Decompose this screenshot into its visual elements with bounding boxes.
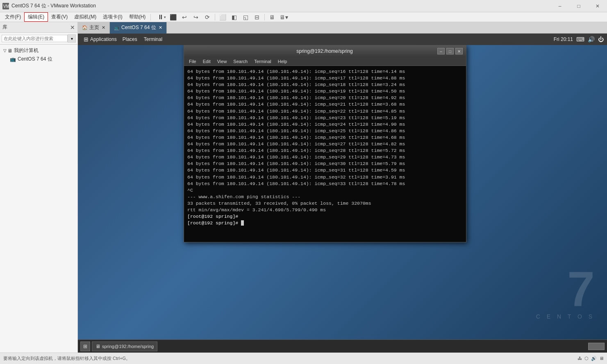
menu-file[interactable]: 文件(F) [2, 13, 24, 21]
toolbar-btn-4[interactable]: ⟳ [202, 13, 213, 22]
volume-icon[interactable]: 🔊 [588, 36, 595, 43]
title-bar: VM CentOS 7 64 位 - VMware Workstation – … [0, 0, 607, 12]
toolbar-btn-1[interactable]: ⬛ [167, 13, 179, 22]
keyboard-icon[interactable]: ⌨ [576, 36, 584, 43]
terminal-line: 64 bytes from 180.101.49.14 (180.101.49.… [187, 121, 463, 128]
term-menu-edit[interactable]: Edit [200, 58, 214, 65]
terminal-line: 64 bytes from 180.101.49.14 (180.101.49.… [187, 167, 463, 174]
tab-centos-icon: 📺 [114, 25, 120, 30]
toolbar-snap[interactable]: ⊟ [251, 13, 263, 22]
terminal-line: [root@192 spring]# [187, 213, 463, 220]
terminal-label: Terminal [144, 36, 162, 42]
menu-separator-2 [215, 14, 215, 20]
places-menu[interactable]: Places [119, 36, 141, 43]
terminal-line: rtt min/avg/max/mdev = 3.241/4.690/5.799… [187, 207, 463, 213]
tab-centos[interactable]: 📺 CentOS 7 64 位 ✕ [110, 22, 167, 34]
term-menu-view[interactable]: View [214, 58, 230, 65]
vmware-status-text: 要将输入定向到该虚拟机，请将鼠标指针移入其中或按 Ctrl+G。 [3, 355, 130, 362]
toolbar-display[interactable]: 🖥 [266, 13, 278, 22]
tree-label-centos: CentOS 7 64 位 [18, 56, 52, 63]
svg-text:VM: VM [3, 4, 9, 9]
menu-separator-1 [150, 14, 151, 20]
terminal-line: 64 bytes from 180.101.49.14 (180.101.49.… [187, 108, 463, 115]
term-menu-search[interactable]: Search [230, 58, 251, 65]
tab-home-icon: 🏠 [82, 25, 88, 30]
terminal-maximize-button[interactable]: □ [446, 48, 454, 54]
terminal-minimize-button[interactable]: – [437, 48, 445, 54]
menu-view[interactable]: 查看(V) [48, 13, 71, 21]
places-label: Places [123, 36, 137, 42]
desktop[interactable]: Home [78, 45, 607, 353]
guest-topbar: ⊞ Applications Places Terminal Fri 20:11… [78, 34, 607, 45]
terminal-line: 64 bytes from 180.101.49.14 (180.101.49.… [187, 75, 463, 81]
terminal-menu[interactable]: Terminal [141, 36, 166, 43]
terminal-body[interactable]: 64 bytes from 180.101.49.14 (180.101.49.… [184, 66, 466, 242]
menu-bar: 文件(F) 编辑(E) 查看(V) 虚拟机(M) 选项卡(I) 帮助(H) ⏸ … [0, 12, 607, 22]
term-menu-terminal[interactable]: Terminal [251, 58, 275, 65]
terminal-line: 64 bytes from 180.101.49.14 (180.101.49.… [187, 95, 463, 101]
terminal-line: 64 bytes from 180.101.49.14 (180.101.49.… [187, 128, 463, 134]
toolbar-view[interactable]: ◱ [240, 13, 251, 22]
terminal-line: 33 packets transmitted, 33 received, 0% … [187, 200, 463, 207]
taskbar-app-label: spring@192:/home/spring [102, 344, 154, 349]
guest-topbar-right: Fri 20:11 ⌨ 🔊 ⏻ [554, 36, 604, 43]
window-title: CentOS 7 64 位 - VMware Workstation [11, 2, 550, 9]
tree-item-centos[interactable]: 📺 CentOS 7 64 位 [2, 55, 76, 63]
terminal-close-button[interactable]: ✕ [455, 48, 463, 54]
menu-separator-3 [264, 14, 265, 20]
terminal-line: 64 bytes from 180.101.49.14 (180.101.49.… [187, 88, 463, 95]
tab-home-close[interactable]: ✕ [102, 25, 105, 30]
terminal-line: --- www.a.shifen.com ping statistics --- [187, 194, 463, 200]
terminal-line: [root@192 spring]# [187, 220, 463, 226]
menu-edit[interactable]: 编辑(E) [24, 12, 48, 22]
toolbar-fullscreen[interactable]: ⬜ [217, 13, 228, 22]
main-area: 库 ✕ ▾ ▽ 🖥 我的计算机 📺 CentOS 7 64 位 [0, 22, 607, 353]
maximize-button[interactable]: □ [569, 0, 588, 12]
taskbar-pager[interactable] [588, 343, 605, 350]
apps-grid-icon: ⊞ [84, 36, 89, 43]
terminal-line: 64 bytes from 180.101.49.14 (180.101.49.… [187, 181, 463, 187]
toolbar-unity[interactable]: ◧ [228, 13, 240, 22]
terminal-line: 64 bytes from 180.101.49.14 (180.101.49.… [187, 115, 463, 121]
taskbar-right [588, 343, 605, 350]
applications-menu[interactable]: ⊞ Applications [81, 35, 119, 43]
toolbar-btn-2[interactable]: ↩ [179, 13, 190, 22]
menu-tabs[interactable]: 选项卡(I) [100, 13, 125, 21]
terminal-window[interactable]: spring@192:/home/spring – □ ✕ File Edit … [184, 45, 466, 242]
tree-expand-icon: ▽ [3, 48, 7, 53]
toolbar-display2[interactable]: 🖥▾ [278, 13, 289, 22]
tree-item-my-computer[interactable]: ▽ 🖥 我的计算机 [2, 46, 76, 55]
power-icon[interactable]: ⏻ [598, 36, 604, 43]
terminal-line: 64 bytes from 180.101.49.14 (180.101.49.… [187, 101, 463, 108]
minimize-button[interactable]: – [550, 0, 569, 12]
network-status-icon: 🖧 [577, 356, 582, 361]
tab-home-label: 主页 [89, 24, 99, 31]
taskbar-terminal-app[interactable]: 🖥 spring@192:/home/spring [92, 341, 157, 351]
sidebar-title: 库 [2, 24, 7, 31]
sidebar-close-button[interactable]: ✕ [70, 24, 75, 31]
term-menu-file[interactable]: File [186, 58, 200, 65]
centos-version-num: 7 [536, 264, 595, 313]
app-icon: VM [2, 3, 9, 9]
close-button[interactable]: ✕ [588, 0, 607, 12]
sidebar-search: ▾ [0, 33, 77, 45]
menu-help[interactable]: 帮助(H) [126, 13, 149, 21]
terminal-window-controls: – □ ✕ [437, 48, 463, 54]
tab-home[interactable]: 🏠 主页 ✕ [78, 22, 110, 34]
tab-centos-close[interactable]: ✕ [159, 25, 162, 30]
sidebar-search-input[interactable] [2, 35, 68, 42]
terminal-line: 64 bytes from 180.101.49.14 (180.101.49.… [187, 161, 463, 167]
taskbar-vm-button[interactable]: ⊞ [80, 341, 90, 351]
vmware-status-icons: 🖧 ⬡ 🔊 🖥 [577, 356, 604, 361]
sidebar-search-dropdown[interactable]: ▾ [68, 34, 76, 43]
tree-label-my-computer: 我的计算机 [14, 47, 39, 54]
centos-logo: 7 C E N T O S [536, 264, 595, 320]
term-menu-help[interactable]: Help [275, 58, 291, 65]
system-clock: Fri 20:11 [554, 36, 573, 42]
tab-bar: 🏠 主页 ✕ 📺 CentOS 7 64 位 ✕ [78, 22, 607, 34]
pause-button[interactable]: ⏸ ▾ [156, 13, 167, 22]
toolbar: ⏸ ▾ ⬛ ↩ ↪ ⟳ ⬜ ◧ ◱ ⊟ 🖥 🖥▾ [156, 13, 289, 22]
toolbar-btn-3[interactable]: ↪ [190, 13, 202, 22]
menu-vm[interactable]: 虚拟机(M) [71, 13, 100, 21]
audio-status-icon: 🔊 [591, 356, 597, 361]
